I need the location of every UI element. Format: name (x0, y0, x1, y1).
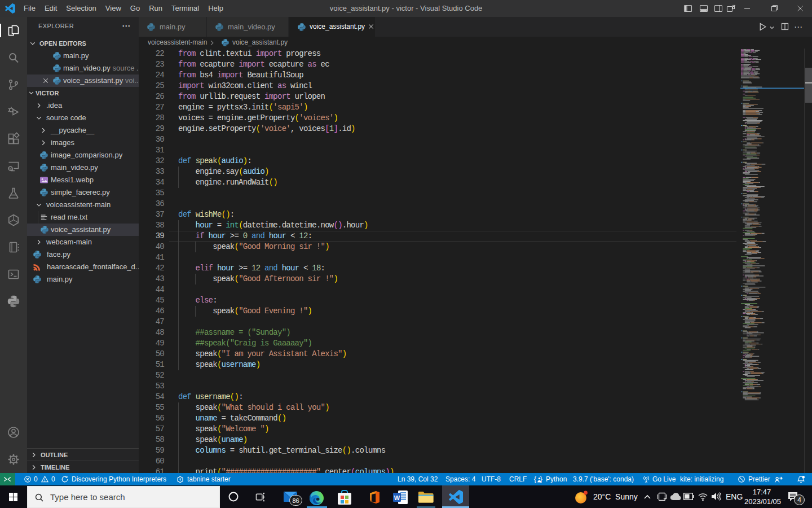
svg-text:W: W (394, 494, 400, 501)
